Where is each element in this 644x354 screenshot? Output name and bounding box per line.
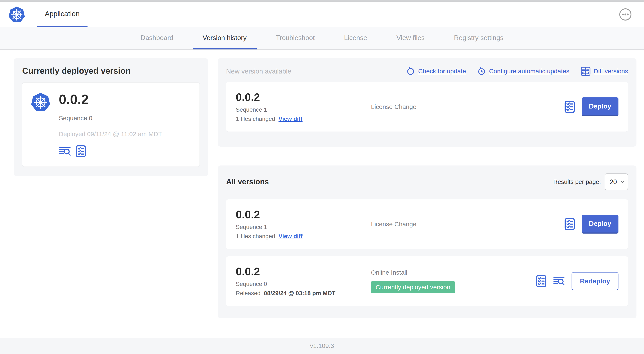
tab-dashboard[interactable]: Dashboard bbox=[130, 27, 184, 50]
view-logs-button[interactable] bbox=[59, 146, 71, 156]
version-row-sequence-1: 0.0.2 Sequence 1 1 files changed View di… bbox=[226, 199, 628, 249]
version-source: License Change bbox=[371, 103, 416, 110]
configure-automatic-updates-link[interactable]: Configure automatic updates bbox=[477, 67, 570, 76]
ellipsis-icon bbox=[619, 8, 632, 21]
preflight-checks-button[interactable] bbox=[564, 218, 575, 230]
deployed-timestamp: Deployed 09/11/24 @ 11:02 am MDT bbox=[59, 131, 162, 138]
view-diff-link[interactable]: View diff bbox=[278, 116, 302, 122]
diff-versions-label: Diff versions bbox=[594, 68, 628, 75]
log-search-icon bbox=[553, 276, 565, 286]
new-version-row: 0.0.2 Sequence 1 1 files changed View di… bbox=[226, 82, 628, 132]
console-version: v1.109.3 bbox=[310, 342, 334, 349]
version-sequence: Sequence 0 bbox=[236, 281, 371, 287]
files-changed-text: 1 files changed bbox=[236, 233, 275, 240]
check-for-update-link[interactable]: Check for update bbox=[406, 67, 466, 76]
diff-versions-link[interactable]: Diff versions bbox=[580, 67, 628, 76]
version-files-line: 1 files changed View diff bbox=[236, 116, 371, 122]
brand bbox=[8, 2, 25, 27]
tab-view-files[interactable]: View files bbox=[386, 27, 435, 50]
kubernetes-app-icon bbox=[31, 91, 50, 113]
header-spacer bbox=[88, 2, 619, 27]
overflow-menu-button[interactable] bbox=[619, 8, 632, 21]
released-timestamp: 08/29/24 @ 03:18 pm MDT bbox=[264, 290, 336, 297]
kubernetes-logo-icon bbox=[8, 6, 25, 24]
preflight-checks-button[interactable] bbox=[76, 145, 86, 157]
checklist-icon bbox=[536, 275, 546, 287]
checklist-icon bbox=[564, 218, 575, 230]
deployed-sequence: Sequence 0 bbox=[59, 115, 162, 122]
version-info: 0.0.2 Sequence 1 1 files changed View di… bbox=[236, 209, 371, 239]
checklist-icon bbox=[76, 145, 86, 157]
update-actions: Check for update Configure automatic upd… bbox=[406, 67, 628, 76]
currently-deployed-card: 0.0.2 Sequence 0 Deployed 09/11/24 @ 11:… bbox=[22, 82, 200, 167]
tab-license[interactable]: License bbox=[334, 27, 377, 50]
version-sequence: Sequence 1 bbox=[236, 224, 371, 230]
version-source-label: License Change bbox=[371, 221, 416, 228]
results-per-page-select[interactable]: 20 bbox=[605, 173, 628, 190]
version-number: 0.0.2 bbox=[236, 266, 371, 277]
version-source: License Change bbox=[371, 221, 416, 228]
deployed-icon-actions bbox=[59, 145, 162, 157]
version-actions: Deploy bbox=[564, 215, 618, 234]
version-released-line: Released 08/29/24 @ 03:18 pm MDT bbox=[236, 290, 371, 297]
clock-refresh-icon bbox=[477, 67, 486, 76]
currently-deployed-badge: Currently deployed version bbox=[371, 281, 455, 293]
all-versions-header: All versions Results per page: 20 bbox=[226, 173, 628, 190]
tab-registry-settings[interactable]: Registry settings bbox=[444, 27, 514, 50]
version-info: 0.0.2 Sequence 1 1 files changed View di… bbox=[236, 91, 371, 122]
window-top-edge bbox=[0, 0, 644, 2]
new-version-title: New version available bbox=[226, 68, 291, 75]
preflight-checks-button[interactable] bbox=[564, 101, 575, 113]
redeploy-button[interactable]: Redeploy bbox=[572, 272, 618, 290]
deployed-info: 0.0.2 Sequence 0 Deployed 09/11/24 @ 11:… bbox=[59, 91, 162, 157]
version-actions: Deploy bbox=[564, 97, 618, 116]
checklist-icon bbox=[564, 101, 575, 113]
app-tab-application[interactable]: Application bbox=[37, 2, 88, 27]
tab-version-history[interactable]: Version history bbox=[192, 27, 257, 50]
main-content: Currently deployed version 0.0.2 Sequenc… bbox=[0, 50, 644, 338]
log-search-icon bbox=[59, 146, 71, 156]
results-per-page: Results per page: 20 bbox=[553, 173, 628, 190]
version-row-sequence-0: 0.0.2 Sequence 0 Released 08/29/24 @ 03:… bbox=[226, 256, 628, 306]
new-version-header: New version available Check for update C… bbox=[226, 67, 628, 76]
deployed-version-number: 0.0.2 bbox=[59, 93, 162, 107]
version-source-label: License Change bbox=[371, 103, 416, 110]
version-source-label: Online Install bbox=[371, 269, 455, 276]
results-per-page-label: Results per page: bbox=[553, 178, 601, 185]
released-prefix: Released bbox=[236, 290, 260, 297]
app-footer: v1.109.3 bbox=[0, 338, 644, 354]
view-logs-button[interactable] bbox=[553, 276, 565, 286]
version-number: 0.0.2 bbox=[236, 91, 371, 103]
files-changed-text: 1 files changed bbox=[236, 116, 275, 122]
deploy-button[interactable]: Deploy bbox=[582, 97, 618, 116]
all-versions-title: All versions bbox=[226, 177, 269, 186]
version-actions: Redeploy bbox=[536, 272, 618, 290]
configure-automatic-updates-label: Configure automatic updates bbox=[489, 68, 570, 75]
diff-columns-icon bbox=[580, 67, 590, 76]
app-header: Application bbox=[0, 2, 644, 27]
currently-deployed-title: Currently deployed version bbox=[22, 66, 200, 76]
tab-troubleshoot[interactable]: Troubleshoot bbox=[266, 27, 325, 50]
all-versions-panel: All versions Results per page: 20 0.0.2 … bbox=[218, 165, 636, 318]
view-diff-link[interactable]: View diff bbox=[278, 233, 302, 240]
results-per-page-select-wrap: 20 bbox=[605, 173, 628, 190]
currently-deployed-panel: Currently deployed version 0.0.2 Sequenc… bbox=[14, 58, 208, 176]
version-source: Online Install Currently deployed versio… bbox=[371, 269, 455, 293]
version-number: 0.0.2 bbox=[236, 209, 371, 221]
version-files-line: 1 files changed View diff bbox=[236, 233, 371, 240]
new-version-panel: New version available Check for update C… bbox=[218, 58, 636, 147]
preflight-checks-button[interactable] bbox=[536, 275, 546, 287]
app-tab-label: Application bbox=[45, 10, 80, 18]
app-subnav: Dashboard Version history Troubleshoot L… bbox=[0, 27, 644, 50]
right-column: New version available Check for update C… bbox=[218, 58, 636, 318]
check-for-update-label: Check for update bbox=[418, 68, 466, 75]
deploy-button[interactable]: Deploy bbox=[582, 215, 618, 234]
version-sequence: Sequence 1 bbox=[236, 106, 371, 113]
version-info: 0.0.2 Sequence 0 Released 08/29/24 @ 03:… bbox=[236, 266, 371, 296]
refresh-icon bbox=[406, 67, 415, 76]
